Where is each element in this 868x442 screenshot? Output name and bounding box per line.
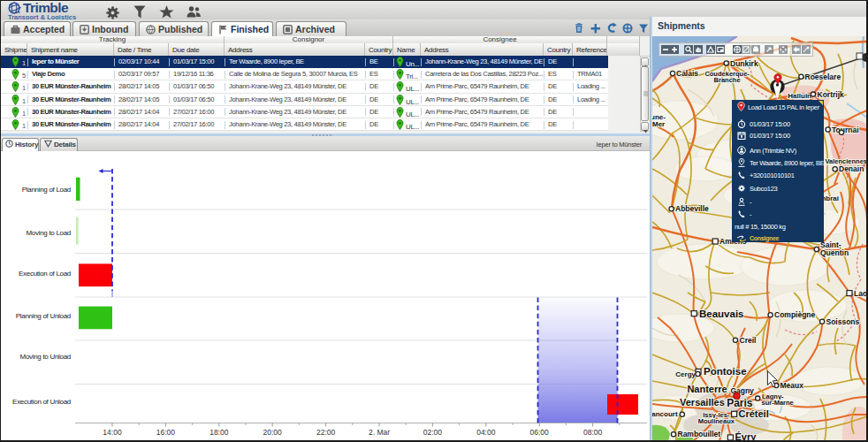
svg-text:Valenciennes: Valenciennes [826,157,868,165]
svg-text:Moving to Unload: Moving to Unload [20,353,71,361]
svg-text:Halluin: Halluin [788,92,811,100]
svg-text:20:00: 20:00 [263,428,283,437]
svg-text:sur-Marne: sur-Marne [762,399,794,407]
svg-text:04:00: 04:00 [476,428,496,437]
svg-text:Rambouillet: Rambouillet [678,430,721,438]
svg-text:16:00: 16:00 [156,428,176,437]
svg-text:Compiègne: Compiègne [774,310,816,319]
svg-text:Kortrijk: Kortrijk [818,90,845,99]
svg-text:Cergy: Cergy [675,370,696,378]
svg-text:2. Mar: 2. Mar [369,428,390,437]
svg-text:Pontoise: Pontoise [704,366,747,377]
svg-text:Abbeville: Abbeville [675,204,709,213]
svg-text:Planning of Load: Planning of Load [22,186,71,194]
svg-text:Creil: Creil [740,336,757,345]
svg-text:18:00: 18:00 [209,428,229,437]
svg-text:Créteil: Créteil [739,408,769,419]
svg-text:Quentin: Quentin [820,248,849,257]
svg-text:Tournai: Tournai [832,126,859,134]
svg-text:Roeselare: Roeselare [805,72,841,81]
svg-text:22:00: 22:00 [316,428,336,437]
svg-text:Moving to Load: Moving to Load [26,229,71,237]
svg-text:Laon: Laon [854,289,867,298]
svg-text:06:00: 06:00 [530,428,550,437]
svg-text:Versailles: Versailles [680,397,725,408]
svg-text:02:00: 02:00 [423,428,443,437]
svg-text:Nanterre: Nanterre [687,384,727,394]
svg-text:Dunkirk: Dunkirk [730,59,758,68]
svg-text:08:00: 08:00 [583,428,603,437]
svg-text:Execution of Load: Execution of Load [19,270,71,278]
svg-text:Évry: Évry [735,431,758,441]
svg-text:Calais: Calais [676,69,698,78]
svg-text:14:00: 14:00 [103,428,122,437]
svg-text:Paris: Paris [727,397,753,409]
svg-text:Meaux: Meaux [780,381,804,390]
svg-text:Moulineaux: Moulineaux [698,417,735,425]
svg-text:lancourt: lancourt [652,410,678,418]
svg-text:Soissons: Soissons [826,317,860,326]
svg-text:Denain: Denain [839,164,864,173]
svg-text:Beauvais: Beauvais [699,309,744,319]
svg-text:Planning of Unload: Planning of Unload [16,312,71,320]
svg-text:Execution of Unload: Execution of Unload [12,398,71,406]
svg-text:Branche: Branche [714,76,741,84]
svg-text:Mer: Mer [652,120,665,128]
